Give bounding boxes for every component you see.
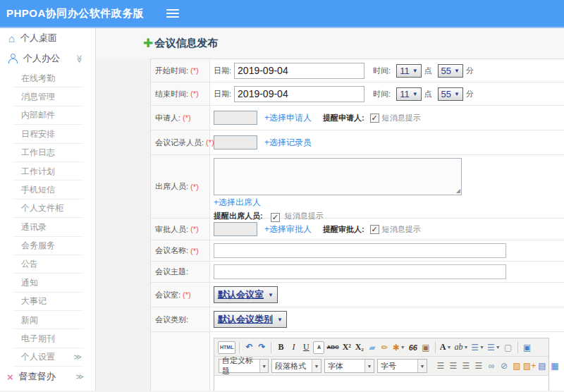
- choose-recorder-link[interactable]: +选择记录员: [264, 137, 312, 149]
- font-color-icon[interactable]: A▼: [439, 341, 453, 354]
- unlink-icon[interactable]: ⊘: [498, 360, 510, 372]
- sidebar: ⌂ 个人桌面 个人办公 ≫ 在线考勤消息管理内部邮件日程安排工作日志工作计划手机…: [0, 28, 96, 391]
- heading-select[interactable]: 自定义标题▼: [219, 359, 269, 373]
- end-date-input[interactable]: [234, 86, 364, 102]
- toolbar-separator: [239, 342, 240, 353]
- time-label: 时间:: [373, 89, 391, 99]
- dropdown-arrow-icon: ▼: [312, 360, 321, 372]
- bold-icon[interactable]: B: [275, 341, 286, 354]
- approver-input[interactable]: [214, 222, 257, 236]
- main-content: ✚ 会议信息发布 开始时间:(*) 日期: 时间: 11▼ 点 55▼ 分 结束…: [96, 28, 564, 391]
- align-center-icon[interactable]: ☰: [448, 360, 459, 372]
- sidebar-subitem[interactable]: 大事记: [13, 293, 83, 311]
- meeting-room-select[interactable]: 默认会议室▼: [214, 286, 278, 303]
- upload-image-icon[interactable]: ▧+: [524, 360, 535, 372]
- clean-format-brush-icon[interactable]: ✏: [379, 341, 391, 354]
- hamburger-menu-icon[interactable]: [166, 9, 179, 18]
- meeting-name-input[interactable]: [214, 243, 506, 258]
- font-family-select[interactable]: 字体▼: [324, 359, 374, 373]
- sidebar-subitem[interactable]: 通知: [13, 274, 83, 292]
- start-date-input[interactable]: [234, 63, 364, 79]
- editor-toolbar-row2: 自定义标题▼段落格式▼字体▼字号▼☰☰☰☰∞⊘▧▧+▤▦: [214, 357, 548, 376]
- date-label: 日期:: [214, 89, 231, 99]
- paste-icon[interactable]: ▣: [420, 341, 431, 354]
- attendees-textarea[interactable]: [214, 158, 462, 195]
- sidebar-item-personal-desktop[interactable]: ⌂ 个人桌面: [0, 28, 95, 48]
- end-hour-select[interactable]: 11▼: [396, 87, 421, 101]
- required-mark: (*): [190, 183, 199, 191]
- superscript-icon[interactable]: X²: [341, 341, 352, 354]
- insert-image-icon[interactable]: ▧: [511, 360, 522, 372]
- subscript-icon[interactable]: X₂: [354, 341, 365, 354]
- meeting-category-select[interactable]: 默认会议类别▼: [214, 311, 287, 328]
- form-row-start-time: 开始时间:(*) 日期: 时间: 11▼ 点 55▼ 分: [151, 59, 564, 82]
- toolbar-separator: [517, 342, 518, 353]
- approver-sms-checkbox[interactable]: ✓: [370, 225, 379, 234]
- blockquote-icon[interactable]: 66: [407, 341, 419, 354]
- sidebar-item-supervision[interactable]: × 督查督办 ≫: [0, 367, 95, 386]
- sidebar-subitem-settings[interactable]: 个人设置≫: [13, 348, 83, 367]
- sidebar-subitem[interactable]: 内部邮件: [13, 106, 83, 125]
- applicant-sms-checkbox[interactable]: ✓: [370, 114, 379, 123]
- paragraph-format-select[interactable]: 段落格式▼: [271, 359, 321, 373]
- source-code-icon[interactable]: HTML: [218, 341, 235, 354]
- editor-toolbar-row1: HTML↶↷BIUAABCX²X₂▰✏✱▼66▣A▼ab▼☰▼☰▼▢▣: [214, 338, 548, 357]
- choose-approver-link[interactable]: +选择审批人: [264, 223, 312, 235]
- required-mark: (*): [183, 290, 191, 299]
- sidebar-submenu: 在线考勤消息管理内部邮件日程安排工作日志工作计划手机短信个人文件柜通讯录会务服务…: [0, 69, 95, 367]
- start-minute-select[interactable]: 55▼: [438, 64, 463, 78]
- sidebar-subitem[interactable]: 通讯录: [13, 218, 83, 236]
- new-page-icon[interactable]: ▢: [503, 341, 514, 354]
- underline-icon[interactable]: U: [300, 341, 312, 354]
- sidebar-subitem[interactable]: 个人文件柜: [13, 200, 83, 218]
- format-paint-icon[interactable]: ✱▼: [392, 341, 406, 354]
- insert-table-icon[interactable]: ▦: [549, 360, 560, 372]
- sms-tip-label: 短消息提示: [382, 224, 421, 235]
- font-style-icon[interactable]: A: [313, 341, 324, 354]
- sidebar-item-personal-office[interactable]: 个人办公 ≫: [0, 48, 95, 69]
- sidebar-subitem[interactable]: 电子期刊: [13, 329, 83, 348]
- highlight-color-icon[interactable]: ab▼: [453, 341, 469, 354]
- italic-icon[interactable]: I: [288, 341, 299, 354]
- fullscreen-icon[interactable]: ▣: [522, 341, 533, 354]
- redo-icon[interactable]: ↷: [256, 341, 267, 354]
- choose-attendees-link[interactable]: +选择出席人: [214, 197, 261, 207]
- sidebar-subitem[interactable]: 手机短信: [13, 180, 83, 199]
- app-title: PHPOA协同办公软件政务版: [6, 7, 144, 20]
- sidebar-subitem[interactable]: 在线考勤: [13, 69, 83, 87]
- sidebar-subitem[interactable]: 消息管理: [13, 87, 83, 106]
- sidebar-subitem[interactable]: 日程安排: [13, 125, 83, 143]
- meeting-subject-input[interactable]: [214, 264, 506, 279]
- sidebar-subitem[interactable]: 工作计划: [13, 162, 83, 180]
- page-title: 会议信息发布: [154, 37, 218, 50]
- required-mark: (*): [190, 66, 199, 75]
- font-size-select[interactable]: 字号▼: [377, 359, 427, 373]
- start-hour-select[interactable]: 11▼: [396, 64, 421, 78]
- app-header: PHPOA协同办公软件政务版: [0, 0, 564, 28]
- applicant-input[interactable]: [214, 111, 257, 125]
- align-right-icon[interactable]: ☰: [460, 360, 472, 372]
- editor-content-area[interactable]: [214, 376, 548, 391]
- recorder-input[interactable]: [214, 135, 257, 149]
- form-row-meeting-category: 会议类别: 默认会议类别▼: [151, 307, 564, 332]
- required-mark: (*): [190, 90, 199, 98]
- end-minute-select[interactable]: 55▼: [438, 87, 463, 101]
- start-time-label: 开始时间:: [155, 66, 188, 76]
- ordered-list-icon[interactable]: ☰▼: [470, 341, 485, 354]
- recorder-label: 会议记录人员:: [155, 137, 204, 148]
- form-row-approver: 审批人员:(*) +选择审批人 提醒审批人: ✓ 短消息提示: [151, 219, 564, 240]
- link-icon[interactable]: ∞: [486, 360, 497, 372]
- sidebar-subitem[interactable]: 会务服务: [13, 237, 83, 255]
- undo-icon[interactable]: ↶: [243, 341, 255, 354]
- strikethrough-icon[interactable]: ABC: [326, 341, 339, 354]
- unordered-list-icon[interactable]: ☰▼: [486, 341, 501, 354]
- eraser-icon[interactable]: ▰: [367, 341, 378, 354]
- insert-media-icon[interactable]: ▤: [537, 360, 548, 372]
- dropdown-arrow-icon: ▼: [259, 360, 268, 372]
- align-left-icon[interactable]: ☰: [435, 360, 446, 372]
- sidebar-subitem[interactable]: 新闻: [13, 311, 83, 329]
- choose-applicant-link[interactable]: +选择申请人: [264, 112, 312, 124]
- sidebar-subitem[interactable]: 公告: [13, 255, 83, 274]
- align-justify-icon[interactable]: ☰: [473, 360, 484, 372]
- sidebar-subitem[interactable]: 工作日志: [13, 144, 83, 162]
